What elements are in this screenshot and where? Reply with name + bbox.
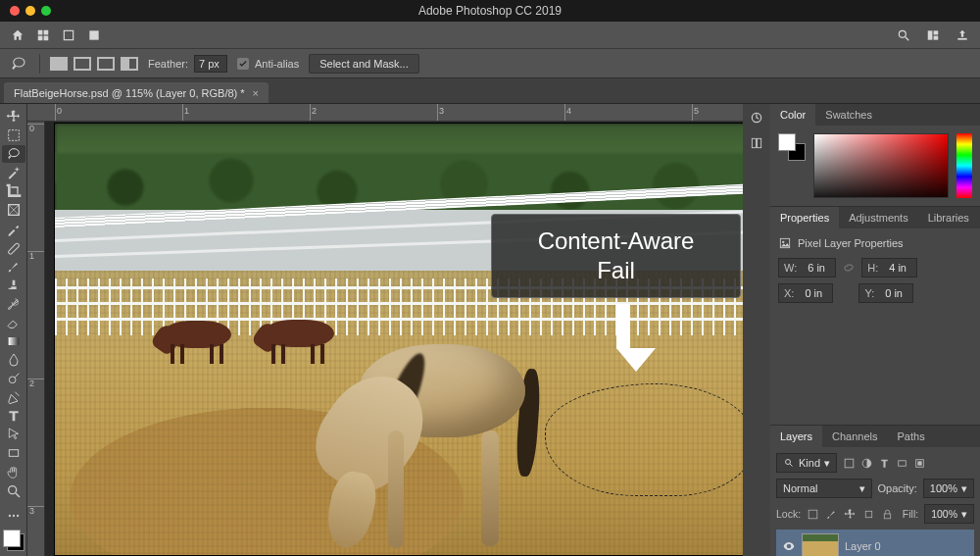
lock-position-icon[interactable] [844, 508, 857, 521]
color-ramp[interactable] [813, 133, 949, 198]
lock-image-icon[interactable] [825, 508, 838, 521]
ruler-mark: 0 [29, 124, 34, 133]
collapsed-panel-1[interactable] [747, 108, 766, 127]
document-canvas[interactable]: Content-Aware Fail [55, 124, 743, 555]
check-icon [238, 59, 248, 69]
selection-marquee[interactable] [545, 383, 743, 496]
bandage-icon [6, 240, 22, 256]
filter-pixel-icon[interactable] [843, 457, 856, 470]
edit-toolbar-button[interactable] [2, 507, 25, 525]
filter-smart-icon[interactable] [913, 457, 926, 470]
visibility-icon[interactable] [782, 539, 796, 553]
arrange-button[interactable] [33, 25, 53, 45]
viewport[interactable]: Content-Aware Fail [45, 122, 743, 556]
eraser-tool[interactable] [2, 314, 25, 331]
opacity-input[interactable]: 100%▾ [923, 479, 974, 498]
tab-layers[interactable]: Layers [770, 426, 822, 447]
home-button[interactable] [8, 25, 27, 45]
filter-adjust-icon[interactable] [860, 457, 873, 470]
properties-subtitle: Pixel Layer Properties [798, 237, 904, 249]
layer-thumbnail[interactable] [802, 533, 839, 556]
frame-tool[interactable] [2, 201, 25, 219]
link-icon[interactable] [842, 261, 856, 275]
collapsed-panel-2[interactable] [747, 133, 766, 153]
lasso-icon [10, 55, 27, 73]
stamp-tool[interactable] [2, 277, 25, 294]
gradient-icon [6, 333, 22, 349]
layer-name[interactable]: Layer 0 [845, 540, 881, 552]
close-tab-icon[interactable]: × [253, 87, 259, 99]
fill-input[interactable]: 100%▾ [924, 504, 974, 524]
selection-add-button[interactable] [74, 57, 91, 71]
history-brush-tool[interactable] [2, 295, 25, 313]
document-tab[interactable]: FlatBeigeHorse.psd @ 115% (Layer 0, RGB/… [4, 82, 269, 103]
ellipsis-icon [7, 509, 21, 523]
antialias-checkbox[interactable] [237, 58, 249, 70]
current-tool-thumb[interactable] [8, 53, 29, 75]
search-icon [897, 28, 910, 42]
horizontal-ruler[interactable]: 0 1 2 3 4 5 [27, 104, 743, 122]
dodge-tool[interactable] [2, 370, 25, 387]
vertical-ruler[interactable]: 0 1 2 3 [27, 122, 45, 556]
gradient-tool[interactable] [2, 332, 25, 350]
wand-icon [6, 165, 22, 180]
select-and-mask-button[interactable]: Select and Mask... [309, 54, 419, 74]
tab-adjustments[interactable]: Adjustments [839, 207, 918, 228]
tab-paths[interactable]: Paths [888, 426, 935, 447]
tab-channels[interactable]: Channels [822, 426, 887, 447]
prop-height[interactable]: H:4 in [861, 258, 917, 278]
blur-tool[interactable] [2, 351, 25, 369]
fg-color-swatch[interactable] [3, 530, 21, 547]
selection-new-button[interactable] [50, 57, 68, 71]
lock-transparent-icon[interactable] [807, 508, 819, 521]
prop-y[interactable]: Y:0 in [858, 283, 913, 303]
chevron-down-icon: ▾ [859, 482, 865, 495]
panel-fg-color[interactable] [778, 133, 796, 151]
heal-tool[interactable] [2, 239, 25, 257]
quick-select-tool[interactable] [2, 164, 25, 181]
pen-tool[interactable] [2, 388, 25, 406]
share-button[interactable] [953, 25, 972, 45]
collapsed-panel-strip [743, 104, 770, 556]
move-tool[interactable] [2, 108, 25, 126]
zoom-window-icon[interactable] [41, 6, 51, 16]
prop-x[interactable]: X:0 in [778, 283, 833, 303]
filter-shape-icon[interactable] [896, 457, 908, 470]
workspaces-button[interactable] [923, 25, 943, 45]
lock-artboard-icon[interactable] [862, 508, 875, 521]
layer-kind-filter[interactable]: Kind ▾ [776, 453, 837, 473]
frame-button[interactable] [59, 25, 78, 45]
zoom-tool[interactable] [2, 482, 25, 500]
lasso-tool[interactable] [2, 145, 25, 163]
feather-input[interactable] [194, 55, 227, 73]
minimize-window-icon[interactable] [25, 6, 35, 16]
pen-icon [6, 389, 22, 405]
tab-libraries[interactable]: Libraries [918, 207, 979, 228]
eyedropper-tool[interactable] [2, 220, 25, 237]
marquee-tool[interactable] [2, 126, 25, 144]
tab-properties[interactable]: Properties [770, 207, 839, 228]
filter-type-icon[interactable] [878, 457, 891, 470]
chevron-down-icon: ▾ [961, 482, 967, 495]
selection-intersect-button[interactable] [121, 57, 138, 71]
layer-row[interactable]: Layer 0 [776, 530, 974, 556]
selection-subtract-button[interactable] [97, 57, 115, 71]
shape-tool[interactable] [2, 444, 25, 462]
tab-swatches[interactable]: Swatches [815, 104, 882, 126]
blend-mode-select[interactable]: Normal ▾ [776, 479, 872, 498]
color-panel: Color Swatches [770, 104, 980, 207]
hand-tool[interactable] [2, 463, 25, 480]
prop-width[interactable]: W:6 in [778, 258, 836, 278]
fg-bg-swatch[interactable] [2, 530, 25, 552]
tab-color[interactable]: Color [770, 104, 815, 126]
stack-button[interactable] [84, 25, 104, 45]
type-tool[interactable] [2, 407, 25, 425]
lock-all-icon[interactable] [881, 508, 894, 521]
hue-bar[interactable] [956, 133, 972, 198]
path-select-tool[interactable] [2, 426, 25, 443]
crop-tool[interactable] [2, 182, 25, 200]
panel-fgbg-swatch[interactable] [778, 133, 806, 161]
brush-tool[interactable] [2, 258, 25, 276]
search-button[interactable] [894, 25, 913, 45]
close-window-icon[interactable] [10, 6, 20, 16]
